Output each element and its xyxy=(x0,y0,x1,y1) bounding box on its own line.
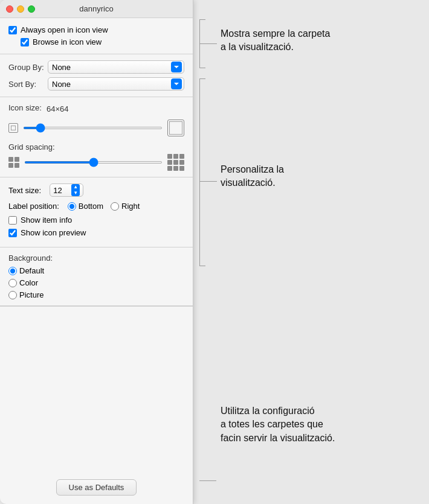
top-connector xyxy=(200,43,217,44)
middle-bracket-top-tick xyxy=(199,78,205,79)
top-annotation: Mostra sempre la carpeta a la visualitza… xyxy=(221,27,330,54)
grid-spacing-large-icon xyxy=(167,154,184,171)
icon-size-slider[interactable] xyxy=(23,127,163,129)
picture-radio[interactable] xyxy=(8,291,17,299)
right-radio-label[interactable]: Right xyxy=(121,202,140,211)
grid-spacing-small-icon xyxy=(8,157,19,168)
show-item-info-label[interactable]: Show item info xyxy=(21,215,72,225)
icon-size-small-icon xyxy=(8,123,18,133)
icon-size-value: 64×64 xyxy=(47,104,69,113)
browse-checkbox[interactable] xyxy=(21,38,29,46)
window-content: Always open in icon view Browse in icon … xyxy=(0,18,193,504)
color-radio-label[interactable]: Color xyxy=(19,278,38,287)
close-button[interactable] xyxy=(6,5,13,13)
default-radio-label[interactable]: Default xyxy=(19,266,44,275)
text-size-row: Text size: ▲ ▼ xyxy=(8,183,184,197)
color-radio[interactable] xyxy=(8,279,17,287)
icon-size-large-icon xyxy=(167,120,184,136)
top-annotation-line1: Mostra sempre la carpeta xyxy=(221,27,330,40)
picture-radio-item: Picture xyxy=(8,290,184,299)
spin-up-button[interactable]: ▲ xyxy=(71,184,80,190)
view-options-section: Always open in icon view Browse in icon … xyxy=(0,18,193,54)
picture-radio-label[interactable]: Picture xyxy=(19,290,44,299)
top-bracket-bottom-tick xyxy=(199,68,205,68)
display-options-section: Text size: ▲ ▼ Label position: xyxy=(0,177,193,247)
middle-annotation-line1: Personalitza la xyxy=(221,163,284,176)
text-size-spinbox-wrapper: ▲ ▼ xyxy=(50,183,83,197)
use-as-defaults-button[interactable]: Use as Defaults xyxy=(56,479,137,496)
bottom-radio-label[interactable]: Bottom xyxy=(79,202,103,211)
settings-window: dannyrico Always open in icon view Brows… xyxy=(0,0,193,504)
middle-annotation-line2: visualització. xyxy=(221,176,284,190)
top-bracket-top-tick xyxy=(199,19,205,20)
background-radio-group: Default Color Picture xyxy=(8,266,184,299)
grid-spacing-slider[interactable] xyxy=(24,161,163,164)
group-by-row: Group By: None Name Kind xyxy=(8,60,184,74)
bottom-radio-item: Bottom xyxy=(68,202,103,211)
color-radio-item: Color xyxy=(8,278,184,287)
bottom-area: Use as Defaults xyxy=(0,306,193,504)
middle-bracket-line xyxy=(199,78,200,266)
title-bar: dannyrico xyxy=(0,0,193,18)
middle-bracket-bottom-tick xyxy=(199,266,205,266)
bottom-radio[interactable] xyxy=(68,202,76,211)
label-position-row: Label position: Bottom Right xyxy=(8,202,184,211)
background-label: Background: xyxy=(8,254,53,263)
sort-by-wrapper: None Name Kind xyxy=(48,77,184,91)
spin-down-button[interactable]: ▼ xyxy=(71,190,80,196)
icon-grid-section: Icon size: 64×64 Grid spacing: xyxy=(0,97,193,177)
right-radio-item: Right xyxy=(111,202,140,211)
svg-rect-0 xyxy=(11,126,16,130)
group-by-wrapper: None Name Kind xyxy=(48,60,184,74)
top-bracket-line xyxy=(199,19,200,68)
default-radio[interactable] xyxy=(8,267,17,275)
always-open-label[interactable]: Always open in icon view xyxy=(21,25,108,34)
always-open-row: Always open in icon view xyxy=(8,25,184,34)
window-title: dannyrico xyxy=(79,4,113,13)
text-size-spinbox: ▲ ▼ xyxy=(50,183,83,197)
svg-rect-1 xyxy=(169,121,182,135)
annotations-panel: Mostra sempre la carpeta a la visualitza… xyxy=(199,0,429,504)
show-icon-preview-label[interactable]: Show icon preview xyxy=(21,228,86,237)
groupsort-section: Group By: None Name Kind Sort By: None N… xyxy=(0,54,193,97)
label-position-radio-group: Bottom Right xyxy=(68,202,140,211)
text-size-input[interactable] xyxy=(53,186,70,195)
icon-size-label: Icon size: xyxy=(8,103,42,112)
sort-by-row: Sort By: None Name Kind xyxy=(8,77,184,91)
bottom-annotation: Utilitza la configuració a totes les car… xyxy=(221,404,335,445)
maximize-button[interactable] xyxy=(28,5,35,13)
text-size-spin-arrows[interactable]: ▲ ▼ xyxy=(71,184,80,196)
right-radio[interactable] xyxy=(111,202,119,211)
always-open-checkbox[interactable] xyxy=(8,26,17,34)
group-by-select[interactable]: None Name Kind xyxy=(48,60,184,74)
bottom-annotation-line1: Utilitza la configuració xyxy=(221,404,335,418)
middle-annotation: Personalitza la visualització. xyxy=(221,163,284,190)
sort-by-select[interactable]: None Name Kind xyxy=(48,77,184,91)
bottom-annotation-line2: a totes les carpetes que xyxy=(221,418,335,431)
top-annotation-line2: a la visualització. xyxy=(221,40,330,54)
bottom-annotation-line3: facin servir la visualització. xyxy=(221,432,335,445)
traffic-lights xyxy=(6,5,35,13)
browse-label[interactable]: Browse in icon view xyxy=(33,37,102,46)
show-item-info-checkbox[interactable] xyxy=(8,216,17,225)
middle-connector xyxy=(200,181,217,182)
show-icon-preview-row: Show icon preview xyxy=(8,228,184,237)
grid-spacing-row xyxy=(8,154,184,171)
group-by-label: Group By: xyxy=(8,63,48,72)
sort-by-label: Sort By: xyxy=(8,80,48,89)
background-section: Background: Default Color Picture xyxy=(0,247,193,306)
icon-size-row: Icon size: 64×64 xyxy=(8,103,184,115)
show-icon-preview-checkbox[interactable] xyxy=(8,229,17,237)
minimize-button[interactable] xyxy=(17,5,24,13)
label-position-label: Label position: xyxy=(8,202,59,211)
grid-spacing-label: Grid spacing: xyxy=(8,142,55,152)
show-item-info-row: Show item info xyxy=(8,215,184,225)
browse-row: Browse in icon view xyxy=(8,37,184,46)
text-size-label: Text size: xyxy=(8,186,41,195)
bottom-connector xyxy=(199,480,216,481)
default-radio-item: Default xyxy=(8,266,184,275)
